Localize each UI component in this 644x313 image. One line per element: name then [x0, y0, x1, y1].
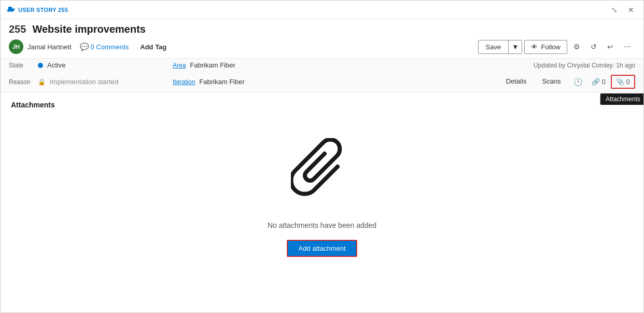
reason-value: Implementation started: [50, 78, 118, 86]
add-tag-button[interactable]: Add Tag: [137, 42, 170, 52]
follow-button[interactable]: 👁 Follow: [524, 40, 567, 54]
comments-button[interactable]: 💬 0 Comments: [80, 43, 129, 51]
iteration-value: Fabrikam Fiber: [199, 78, 244, 86]
updated-text: Updated by Chrystal Comley: 1h ago: [534, 62, 635, 69]
iteration-label[interactable]: Iteration: [173, 78, 195, 86]
save-button[interactable]: Save: [479, 40, 509, 53]
state-label: State: [9, 62, 34, 69]
more-button[interactable]: ⋯: [620, 40, 635, 53]
attachments-tab-button[interactable]: 📎 0 Attachments: [611, 75, 635, 89]
link-icon: 🔗: [592, 78, 600, 86]
undo-button[interactable]: ↩: [603, 40, 618, 53]
title-bar: USER STORY 255 ⤡ ✕: [1, 1, 643, 19]
save-button-group: Save ▼: [478, 40, 523, 54]
meta-section: State Active Area Fabrikam Fiber Updated…: [1, 59, 643, 92]
empty-state-text: No attachments have been added: [268, 221, 376, 229]
reason-label: Reason: [9, 78, 34, 86]
area-value: Fabrikam Fiber: [190, 61, 235, 69]
save-dropdown-button[interactable]: ▼: [508, 40, 522, 53]
attachments-count: 0: [626, 78, 630, 86]
author-name: Jamal Hartnett: [27, 43, 72, 51]
history-tab-button[interactable]: 🕐: [569, 76, 586, 88]
paperclip-tab-icon: 📎: [616, 78, 624, 86]
links-count: 0: [602, 78, 606, 86]
avatar: JH: [9, 39, 23, 54]
window-title: USER STORY 255: [18, 7, 68, 13]
state-dot: [38, 63, 43, 68]
window-controls: ⤡ ✕: [608, 5, 637, 15]
toolbar-left: JH Jamal Hartnett 💬 0 Comments Add Tag: [9, 39, 170, 54]
details-tab[interactable]: Details: [499, 74, 534, 89]
add-attachment-button[interactable]: Add attachment: [287, 240, 357, 257]
attachments-section: Attachments: [1, 92, 643, 117]
attachments-heading: Attachments: [11, 101, 633, 109]
empty-state: No attachments have been added Add attac…: [1, 117, 643, 278]
azure-devops-icon: [7, 6, 15, 14]
follow-label: Follow: [541, 43, 561, 51]
refresh-button[interactable]: ↺: [586, 40, 601, 53]
state-value: Active: [47, 61, 65, 69]
area-label[interactable]: Area: [173, 62, 186, 69]
story-header: 255 Website improvements JH Jamal Hartne…: [1, 19, 643, 59]
eye-icon: 👁: [531, 43, 538, 51]
links-tab-button[interactable]: 🔗 0: [587, 76, 610, 88]
tab-bar: Details Scans 🕐 🔗 0 📎 0 Attachments: [499, 74, 635, 89]
comment-icon: 💬: [80, 43, 89, 51]
close-button[interactable]: ✕: [625, 5, 637, 15]
toolbar: JH Jamal Hartnett 💬 0 Comments Add Tag S…: [9, 39, 635, 58]
comments-label: 0 Comments: [91, 43, 129, 51]
settings-button[interactable]: ⚙: [569, 40, 584, 53]
content-area: Attachments No attachments have been add…: [1, 92, 643, 312]
story-number: 255: [9, 23, 26, 35]
minimize-button[interactable]: ⤡: [608, 5, 621, 15]
paperclip-large-icon: [291, 138, 353, 211]
toolbar-right: Save ▼ 👁 Follow ⚙ ↺ ↩ ⋯: [478, 40, 635, 54]
story-title-text: Website improvements: [32, 23, 146, 35]
scans-tab[interactable]: Scans: [535, 74, 568, 89]
